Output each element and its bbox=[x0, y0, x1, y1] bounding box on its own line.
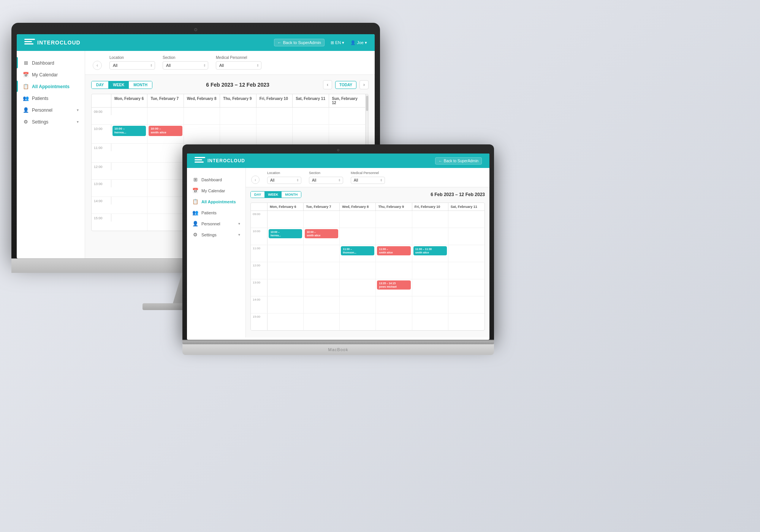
location-select[interactable]: All bbox=[109, 61, 155, 70]
macbook-week-tab[interactable]: WEEK bbox=[264, 192, 282, 198]
imac-cell-thu-10[interactable] bbox=[220, 125, 256, 143]
sidebar-item-personnel[interactable]: 👤 Personnel ▾ bbox=[17, 104, 85, 116]
macbook-cell-thu-15[interactable] bbox=[376, 314, 412, 330]
macbook-back-to-superadmin-btn[interactable]: ← Back to SuperAdmin bbox=[435, 157, 482, 165]
macbook-cell-wed-15[interactable] bbox=[340, 314, 376, 330]
macbook-cell-sat-14[interactable] bbox=[448, 296, 484, 313]
imac-cell-sat-10[interactable] bbox=[293, 125, 329, 143]
macbook-day-tab[interactable]: DAY bbox=[251, 192, 264, 198]
macbook-sidebar-item-my-calendar[interactable]: 📅 My Calendar bbox=[187, 185, 245, 196]
macbook-cell-wed-10[interactable] bbox=[340, 228, 376, 245]
language-btn[interactable]: ⊞ EN ▾ bbox=[331, 40, 344, 45]
macbook-cell-wed-14[interactable] bbox=[340, 296, 376, 313]
sidebar-item-all-appointments[interactable]: 📋 All Appointments bbox=[17, 81, 85, 92]
macbook-cell-tue-12[interactable] bbox=[304, 262, 340, 279]
macbook-cell-mon-10[interactable]: 10:00 –herrea... bbox=[268, 228, 304, 245]
macbook-appt-mon-1000[interactable]: 10:00 –herrea... bbox=[269, 229, 302, 238]
macbook-appt-fri-1100[interactable]: 11:00 – 11:30smith alice bbox=[413, 246, 447, 255]
imac-cell-tue-13[interactable] bbox=[147, 180, 184, 196]
sidebar-item-dashboard[interactable]: ⊞ Dashboard bbox=[17, 57, 85, 69]
macbook-sidebar-item-dashboard[interactable]: ⊞ Dashboard bbox=[187, 174, 245, 185]
imac-cell-fri-10[interactable] bbox=[256, 125, 293, 143]
imac-cell-mon-14[interactable] bbox=[111, 197, 147, 214]
macbook-cell-tue-10[interactable]: 10:00 –smith alice bbox=[304, 228, 340, 245]
macbook-cell-thu-11[interactable]: 11:00 –smith alice bbox=[376, 245, 412, 262]
macbook-cell-mon-12[interactable] bbox=[268, 262, 304, 279]
day-tab[interactable]: DAY bbox=[92, 81, 108, 89]
macbook-cell-thu-14[interactable] bbox=[376, 296, 412, 313]
imac-cell-wed-9[interactable] bbox=[184, 108, 220, 124]
sidebar-item-patients[interactable]: 👥 Patients bbox=[17, 92, 85, 104]
imac-cell-sat-9[interactable] bbox=[293, 108, 329, 124]
calendar-next-btn[interactable]: › bbox=[359, 80, 369, 89]
macbook-sidebar-item-all-appointments[interactable]: 📋 All Appointments bbox=[187, 196, 245, 207]
macbook-cell-mon-9[interactable] bbox=[268, 211, 304, 228]
user-btn[interactable]: 👤 Joe ▾ bbox=[350, 40, 367, 45]
month-tab[interactable]: MONTH bbox=[129, 81, 152, 89]
macbook-cell-thu-13[interactable]: 13:35 – 14:15jones michael bbox=[376, 279, 412, 296]
macbook-cell-thu-9[interactable] bbox=[376, 211, 412, 228]
imac-cell-sun-9[interactable] bbox=[329, 108, 365, 124]
imac-appt-mon-1000[interactable]: 10:00 –herrea... bbox=[112, 126, 146, 136]
sidebar-item-my-calendar[interactable]: 📅 My Calendar bbox=[17, 69, 85, 81]
macbook-cell-fri-10[interactable] bbox=[412, 228, 448, 245]
macbook-personnel-select[interactable]: All bbox=[351, 177, 385, 184]
macbook-cell-sat-15[interactable] bbox=[448, 314, 484, 330]
imac-cell-mon-15[interactable] bbox=[111, 214, 147, 231]
macbook-cell-tue-14[interactable] bbox=[304, 296, 340, 313]
macbook-sidebar-item-settings[interactable]: ⚙ Settings ▾ bbox=[187, 229, 245, 240]
macbook-appt-wed-1100[interactable]: 11:00 –thomson... bbox=[341, 246, 374, 255]
back-to-superadmin-btn[interactable]: ← Back to SuperAdmin bbox=[274, 39, 325, 46]
imac-cell-tue-9[interactable] bbox=[147, 108, 184, 124]
macbook-cell-sat-11[interactable] bbox=[448, 245, 484, 262]
macbook-cell-wed-12[interactable] bbox=[340, 262, 376, 279]
personnel-select[interactable]: All bbox=[216, 61, 261, 70]
macbook-cell-wed-9[interactable] bbox=[340, 211, 376, 228]
imac-cell-mon-10[interactable]: 10:00 –herrea... bbox=[111, 125, 147, 143]
macbook-cell-sat-13[interactable] bbox=[448, 279, 484, 296]
section-select[interactable]: All bbox=[163, 61, 208, 70]
macbook-cell-mon-14[interactable] bbox=[268, 296, 304, 313]
macbook-cell-thu-12[interactable] bbox=[376, 262, 412, 279]
imac-cell-tue-15[interactable] bbox=[147, 214, 184, 231]
macbook-cell-fri-13[interactable] bbox=[412, 279, 448, 296]
macbook-cell-fri-15[interactable] bbox=[412, 314, 448, 330]
macbook-appt-tue-1000[interactable]: 10:00 –smith alice bbox=[305, 229, 338, 238]
imac-cell-mon-13[interactable] bbox=[111, 180, 147, 196]
imac-cell-fri-9[interactable] bbox=[256, 108, 293, 124]
filters-back-btn[interactable]: ‹ bbox=[93, 61, 102, 70]
macbook-cell-wed-13[interactable] bbox=[340, 279, 376, 296]
macbook-cell-fri-12[interactable] bbox=[412, 262, 448, 279]
imac-cell-sun-10[interactable] bbox=[329, 125, 365, 143]
macbook-cell-fri-11[interactable]: 11:00 – 11:30smith alice bbox=[412, 245, 448, 262]
macbook-cell-mon-11[interactable] bbox=[268, 245, 304, 262]
imac-cell-mon-11[interactable] bbox=[111, 144, 147, 162]
imac-cell-wed-10[interactable] bbox=[184, 125, 220, 143]
macbook-location-select[interactable]: All bbox=[267, 177, 301, 184]
macbook-sidebar-item-patients[interactable]: 👥 Patients bbox=[187, 207, 245, 218]
imac-scroll-thumb[interactable] bbox=[366, 96, 368, 111]
macbook-cell-tue-15[interactable] bbox=[304, 314, 340, 330]
macbook-cell-sat-12[interactable] bbox=[448, 262, 484, 279]
sidebar-item-settings[interactable]: ⚙ Settings ▾ bbox=[17, 116, 85, 128]
imac-cell-tue-12[interactable] bbox=[147, 163, 184, 179]
imac-appt-tue-1000[interactable]: 10:00 –smith alice bbox=[149, 126, 182, 136]
macbook-cell-sat-9[interactable] bbox=[448, 211, 484, 228]
imac-cell-thu-9[interactable] bbox=[220, 108, 256, 124]
macbook-sidebar-item-personnel[interactable]: 👤 Personnel ▾ bbox=[187, 218, 245, 229]
macbook-appt-thu-1335[interactable]: 13:35 – 14:15jones michael bbox=[377, 280, 410, 290]
macbook-cell-tue-13[interactable] bbox=[304, 279, 340, 296]
macbook-cell-wed-11[interactable]: 11:00 –thomson... bbox=[340, 245, 376, 262]
imac-cell-mon-12[interactable] bbox=[111, 163, 147, 179]
imac-cell-tue-14[interactable] bbox=[147, 197, 184, 214]
macbook-cell-mon-13[interactable] bbox=[268, 279, 304, 296]
macbook-cell-mon-15[interactable] bbox=[268, 314, 304, 330]
macbook-cell-tue-9[interactable] bbox=[304, 211, 340, 228]
macbook-appt-thu-1100[interactable]: 11:00 –smith alice bbox=[377, 246, 410, 255]
macbook-filters-back-btn[interactable]: ‹ bbox=[251, 176, 260, 184]
macbook-cell-fri-14[interactable] bbox=[412, 296, 448, 313]
macbook-section-select[interactable]: All bbox=[309, 177, 343, 184]
week-tab[interactable]: WEEK bbox=[108, 81, 129, 89]
imac-cell-tue-11[interactable] bbox=[147, 144, 184, 162]
macbook-cell-sat-10[interactable] bbox=[448, 228, 484, 245]
